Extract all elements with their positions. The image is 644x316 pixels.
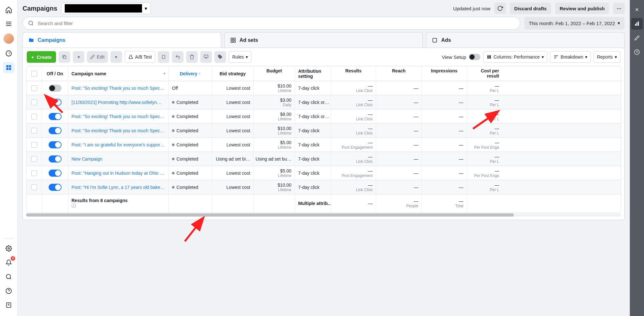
more-button[interactable]: ⋯ (613, 3, 625, 14)
gauge-icon[interactable] (3, 48, 14, 59)
search-filter-input-wrapper[interactable] (23, 17, 520, 30)
campaign-name-link[interactable]: Post: "Hi I'm Sofie Lynn, a 17 years old… (71, 185, 165, 190)
svg-rect-19 (233, 38, 235, 40)
abtest-button[interactable]: A/B Test (125, 51, 156, 63)
search-icon (28, 20, 34, 26)
svg-rect-22 (433, 38, 437, 42)
horizontal-scrollbar[interactable] (26, 213, 621, 217)
col-attribution[interactable]: Attribution setting (295, 66, 331, 81)
help-icon[interactable] (3, 285, 14, 297)
delivery-status: Completed (176, 156, 198, 162)
tab-ads[interactable]: Ads (426, 32, 625, 48)
campaign-name-link[interactable]: Post: "So exciting! Thank you so much Sp… (71, 114, 165, 119)
row-toggle[interactable] (49, 184, 62, 191)
ads-manager-icon[interactable] (3, 62, 14, 73)
cost-type: Per L (490, 131, 499, 135)
left-nav-rail (0, 0, 17, 316)
row-toggle[interactable] (49, 155, 62, 163)
view-setup-toggle[interactable]: View Setup (442, 54, 480, 60)
undo-button[interactable] (172, 51, 184, 63)
duplicate-dropdown[interactable]: ▾ (73, 51, 84, 63)
col-delivery[interactable]: Delivery ↑ (169, 66, 212, 81)
table-row: Post: "So exciting! Thank you so much Sp… (26, 81, 621, 95)
row-toggle[interactable] (49, 127, 62, 134)
report-icon[interactable] (3, 299, 14, 311)
row-toggle[interactable] (49, 170, 62, 177)
account-selector[interactable]: ▾ (61, 3, 151, 14)
campaign-name-link[interactable]: [11/30/2021] Promoting http://www.sofiel… (71, 100, 165, 105)
rules-button[interactable]: Rules ▾ (229, 51, 251, 63)
col-reach[interactable]: Reach (376, 66, 422, 81)
chevron-down-icon: ▾ (618, 20, 620, 26)
select-all-checkbox[interactable] (31, 71, 37, 77)
attribution-value: 7-day click (295, 180, 331, 194)
date-range-selector[interactable]: This month: Feb 1, 2022 – Feb 17, 2022 ▾ (524, 17, 625, 30)
create-button[interactable]: +Create (27, 51, 56, 63)
edit-button[interactable]: Edit (87, 51, 108, 63)
account-avatar[interactable] (4, 33, 14, 44)
export-button[interactable] (200, 51, 212, 63)
row-checkbox[interactable] (31, 184, 37, 190)
impressions-value: — (459, 100, 463, 105)
discard-drafts-button[interactable]: Discard drafts (510, 3, 551, 14)
charts-icon[interactable] (631, 18, 643, 30)
svg-rect-28 (490, 55, 491, 59)
cost-type: Per L (490, 88, 499, 93)
breakdown-button[interactable]: Breakdown ▾ (550, 51, 591, 63)
results-type: Link Click (356, 159, 373, 164)
row-checkbox[interactable] (31, 114, 37, 119)
campaign-name-link[interactable]: New Campaign (71, 156, 165, 162)
svg-point-9 (6, 274, 10, 279)
refresh-button[interactable] (494, 3, 506, 14)
edit-dropdown[interactable]: ▾ (110, 51, 122, 63)
row-checkbox[interactable] (31, 128, 37, 134)
row-checkbox[interactable] (31, 85, 37, 91)
row-checkbox[interactable] (31, 99, 37, 105)
row-toggle[interactable] (49, 85, 62, 92)
search-icon[interactable] (3, 271, 14, 283)
tag-button[interactable] (214, 51, 226, 63)
tab-adsets[interactable]: Ad sets (224, 32, 423, 48)
review-publish-button[interactable]: Review and publish (555, 3, 609, 14)
reports-button[interactable]: Reports ▾ (593, 51, 620, 63)
col-bid[interactable]: Bid strategy (212, 66, 254, 81)
row-checkbox[interactable] (31, 142, 37, 148)
row-toggle[interactable] (49, 113, 62, 120)
col-cost[interactable]: Cost per result (467, 66, 502, 81)
row-toggle[interactable] (49, 141, 62, 148)
campaign-name-link[interactable]: Post: "I am so grateful for everyone's s… (71, 142, 165, 147)
row-checkbox[interactable] (31, 156, 37, 162)
search-filter-input[interactable] (38, 21, 515, 26)
campaign-name-link[interactable]: Post: "So exciting! Thank you so much Sp… (71, 128, 165, 133)
row-checkbox[interactable] (31, 170, 37, 176)
account-name-redacted (65, 4, 142, 13)
col-results[interactable]: Results (331, 66, 376, 81)
col-name[interactable]: Campaign name▾ (68, 66, 169, 81)
gear-icon[interactable] (3, 243, 14, 254)
delete-button[interactable] (186, 51, 198, 63)
bell-icon[interactable] (3, 257, 14, 268)
copy-button[interactable] (158, 51, 169, 63)
row-toggle[interactable] (49, 99, 62, 106)
col-impressions[interactable]: Impressions (422, 66, 467, 81)
history-icon[interactable] (631, 46, 643, 58)
campaign-name-link[interactable]: Post: "Hanging out in Hudson today at Oh… (71, 171, 165, 176)
duplicate-button[interactable] (59, 51, 70, 63)
status-dot-icon (172, 186, 175, 189)
action-toolbar: +Create ▾ Edit ▾ A/B Test Rules ▾ View S… (26, 51, 621, 66)
cost-type: Per Post Enga (474, 145, 499, 150)
edit-panel-icon[interactable] (631, 32, 643, 44)
columns-button[interactable]: Columns: Performance ▾ (483, 51, 547, 63)
tab-campaigns[interactable]: Campaigns (23, 32, 221, 48)
col-budget[interactable]: Budget (254, 66, 295, 81)
reach-value: — (414, 114, 418, 119)
col-offon[interactable]: Off / On (42, 66, 68, 81)
close-icon[interactable] (631, 4, 643, 15)
attribution-value: 7-day click or… (295, 95, 331, 109)
table-row: New Campaign Completed Using ad set bi… … (26, 152, 621, 166)
home-icon[interactable] (3, 4, 14, 15)
hamburger-icon[interactable] (3, 18, 14, 30)
delivery-status: Completed (176, 100, 198, 105)
campaign-name-link[interactable]: Post: "So exciting! Thank you so much Sp… (71, 86, 165, 91)
results-value: — (368, 126, 373, 131)
